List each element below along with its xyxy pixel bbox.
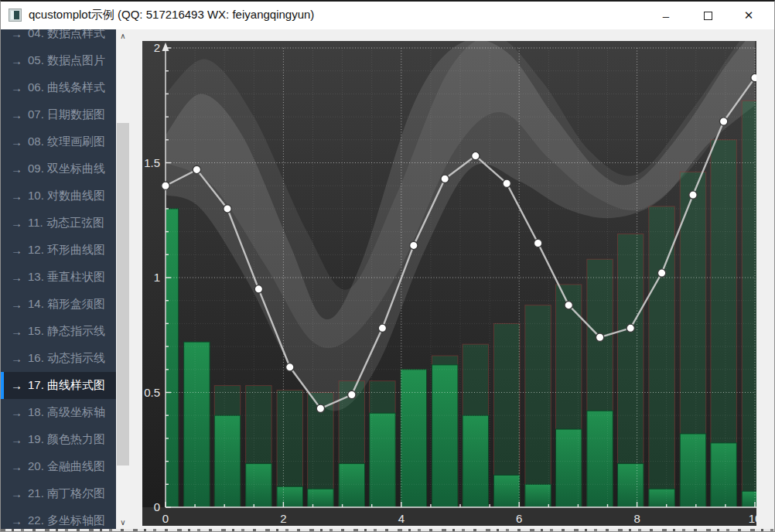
clipped-background-text-strip — [1, 529, 775, 532]
arrow-right-icon: → — [11, 271, 22, 284]
app-icon — [9, 9, 22, 22]
curve-style-chart[interactable]: 00.511.520246810 — [142, 41, 756, 526]
sidebar-item-label: 22. 多坐标轴图 — [28, 513, 105, 528]
sidebar-item-13[interactable]: →13. 垂直柱状图 — [1, 264, 116, 291]
sidebar-item-label: 19. 颜色热力图 — [28, 432, 105, 447]
sidebar-menu-list: →04. 数据点样式→05. 数据点图片→06. 曲线条样式→07. 日期数据图… — [1, 29, 116, 529]
arrow-right-icon: → — [11, 29, 22, 40]
arrow-right-icon: → — [11, 162, 22, 176]
sidebar-item-07[interactable]: →07. 日期数据图 — [1, 101, 116, 128]
arrow-right-icon: → — [11, 81, 22, 94]
svg-text:0: 0 — [162, 512, 169, 525]
svg-text:6: 6 — [516, 512, 522, 525]
sidebar-item-label: 10. 对数曲线图 — [28, 189, 105, 203]
arrow-right-icon: → — [11, 217, 22, 230]
svg-text:1.5: 1.5 — [144, 156, 160, 169]
app-icon-highlight — [11, 11, 14, 19]
sidebar-item-12[interactable]: →12. 环形曲线图 — [1, 237, 116, 264]
sidebar-item-label: 21. 南丁格尔图 — [28, 486, 105, 501]
arrow-right-icon: → — [11, 514, 22, 527]
maximize-icon — [704, 12, 712, 20]
sidebar-item-14[interactable]: →14. 箱形盒须图 — [1, 291, 116, 318]
app-window: qcustomplot示例 (QQ: 517216493 WX: feiyang… — [0, 0, 775, 532]
sidebar-item-label: 07. 日期数据图 — [28, 107, 105, 122]
axis-label-strip — [142, 507, 756, 526]
sidebar-item-label: 15. 静态指示线 — [28, 324, 105, 339]
svg-text:2: 2 — [280, 512, 286, 525]
sidebar-item-label: 16. 动态指示线 — [28, 351, 105, 366]
sidebar-item-10[interactable]: →10. 对数曲线图 — [1, 182, 116, 210]
svg-text:0.5: 0.5 — [144, 386, 160, 399]
sidebar-item-20[interactable]: →20. 金融曲线图 — [1, 453, 116, 480]
sidebar-item-label: 05. 数据点图片 — [28, 53, 105, 68]
arrow-right-icon: → — [11, 487, 22, 500]
chart-canvas[interactable]: 00.511.520246810 — [142, 41, 756, 526]
scrollbar-up-button[interactable]: ∧ — [116, 29, 130, 43]
arrow-right-icon: → — [11, 406, 22, 419]
sidebar-item-04[interactable]: →04. 数据点样式 — [1, 29, 116, 47]
close-icon: ✕ — [744, 9, 754, 22]
arrow-right-icon: → — [11, 379, 22, 392]
minimize-icon: – — [663, 9, 669, 22]
scrollbar-down-button[interactable]: ∨ — [116, 516, 130, 529]
arrow-right-icon: → — [11, 352, 22, 365]
window-title: qcustomplot示例 (QQ: 517216493 WX: feiyang… — [29, 8, 314, 22]
arrow-right-icon: → — [11, 298, 22, 311]
title-bar: qcustomplot示例 (QQ: 517216493 WX: feiyang… — [1, 2, 774, 29]
sidebar-item-15[interactable]: →15. 静态指示线 — [1, 318, 116, 345]
svg-text:1: 1 — [154, 271, 160, 284]
close-button[interactable]: ✕ — [729, 2, 768, 29]
sidebar-item-label: 08. 纹理画刷图 — [28, 135, 105, 149]
sidebar-item-18[interactable]: →18. 高级坐标轴 — [1, 399, 116, 426]
sidebar-item-label: 06. 曲线条样式 — [28, 80, 105, 95]
sidebar-item-label: 12. 环形曲线图 — [28, 243, 105, 257]
sidebar-item-19[interactable]: →19. 颜色热力图 — [1, 426, 116, 453]
sidebar-item-08[interactable]: →08. 纹理画刷图 — [1, 128, 116, 155]
arrow-right-icon: → — [11, 108, 22, 121]
sidebar-item-label: 20. 金融曲线图 — [28, 459, 105, 474]
arrow-right-icon: → — [11, 189, 22, 203]
arrow-right-icon: → — [11, 54, 22, 67]
sidebar-item-label: 11. 动态正弦图 — [28, 216, 104, 230]
sidebar-item-22[interactable]: →22. 多坐标轴图 — [1, 507, 116, 529]
arrow-right-icon: → — [11, 460, 22, 473]
sidebar-item-09[interactable]: →09. 双坐标曲线 — [1, 155, 116, 182]
svg-text:10: 10 — [749, 512, 756, 525]
svg-text:4: 4 — [398, 512, 405, 525]
sidebar-item-label: 04. 数据点样式 — [28, 29, 105, 41]
arrow-right-icon: → — [11, 433, 22, 446]
chevron-up-icon: ∧ — [120, 32, 125, 40]
svg-text:0: 0 — [154, 500, 160, 513]
scrollbar-thumb[interactable] — [117, 123, 129, 466]
sidebar-item-05[interactable]: →05. 数据点图片 — [1, 47, 116, 74]
arrow-right-icon: → — [11, 325, 22, 338]
sidebar-item-label: 17. 曲线样式图 — [28, 378, 105, 393]
sidebar-menu: →04. 数据点样式→05. 数据点图片→06. 曲线条样式→07. 日期数据图… — [1, 29, 116, 529]
sidebar-item-16[interactable]: →16. 动态指示线 — [1, 345, 116, 372]
sidebar-item-11[interactable]: →11. 动态正弦图 — [1, 210, 116, 237]
sidebar-item-label: 14. 箱形盒须图 — [28, 297, 105, 312]
sidebar-item-label: 09. 双坐标曲线 — [28, 162, 105, 176]
sidebar-item-06[interactable]: →06. 曲线条样式 — [1, 74, 116, 101]
sidebar-scrollbar[interactable]: ∧ ∨ — [116, 29, 130, 529]
sidebar-item-17[interactable]: →17. 曲线样式图 — [1, 372, 116, 399]
arrow-right-icon: → — [11, 135, 22, 148]
sidebar-item-label: 18. 高级坐标轴 — [28, 405, 105, 420]
svg-text:2: 2 — [154, 41, 160, 54]
sidebar-item-label: 13. 垂直柱状图 — [28, 270, 105, 285]
maximize-button[interactable] — [688, 2, 727, 29]
svg-text:8: 8 — [633, 512, 640, 525]
chevron-down-icon: ∨ — [120, 518, 125, 527]
sidebar-item-21[interactable]: →21. 南丁格尔图 — [1, 480, 116, 507]
minimize-button[interactable]: – — [647, 2, 685, 29]
arrow-right-icon: → — [11, 244, 22, 257]
